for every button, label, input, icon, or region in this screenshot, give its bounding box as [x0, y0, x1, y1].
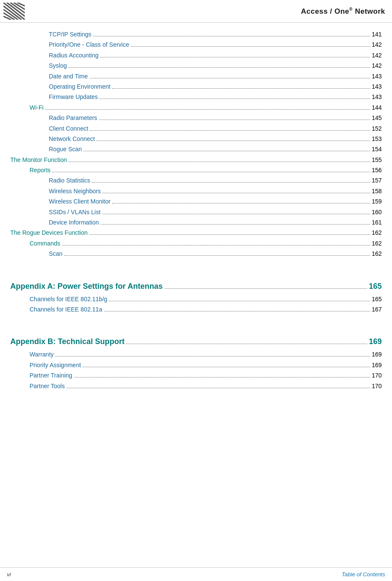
toc-label: Radius Accounting [49, 51, 99, 60]
toc-entry-monitor-function: The Monitor Function 155 [10, 155, 382, 165]
toc-entry-reports: Reports 156 [10, 165, 382, 175]
toc-dots [62, 245, 370, 246]
title-suffix: Network [353, 7, 385, 15]
toc-entry-operating-env: Operating Environment 143 [10, 82, 382, 91]
toc-page: 156 [372, 165, 382, 175]
appendix-a-label: Appendix A: Power Settings for Antennas [10, 282, 163, 291]
toc-entry-wifi: Wi-Fi 144 [10, 103, 382, 112]
toc-dots [165, 288, 367, 289]
toc-label: Commands [30, 239, 60, 248]
toc-label: Partner Tools [30, 381, 65, 391]
toc-label: Reports [30, 165, 51, 175]
toc-entry-network-connect: Network Connect 153 [10, 134, 382, 144]
toc-page: 143 [372, 92, 382, 102]
toc-dots [126, 344, 367, 344]
toc-page: 162 [372, 228, 382, 237]
toc-page: 170 [372, 371, 382, 380]
toc-label: Firmware Updates [49, 92, 98, 102]
toc-label: Wireless Neighbors [49, 186, 101, 196]
toc-entry-radius-accounting: Radius Accounting 142 [10, 51, 382, 60]
toc-dots [112, 203, 370, 204]
toc-label: Radio Parameters [49, 113, 97, 123]
toc-dots [99, 120, 370, 120]
toc-page: 167 [372, 305, 382, 314]
toc-dots [74, 377, 370, 377]
toc-entry-scan: Scan 162 [10, 249, 382, 258]
toc-entry-partner-training: Partner Training 170 [10, 371, 382, 380]
toc-entry-priority-cos: Priority/One - Class of Service 142 [10, 40, 382, 49]
toc-label: Radio Statistics [49, 176, 90, 185]
toc-page: 162 [372, 249, 382, 258]
toc-entry-commands: Commands 162 [10, 239, 382, 248]
toc-label: SSIDs / VLANs List [49, 207, 101, 217]
toc-entry-rogue-devices: The Rogue Devices Function 162 [10, 228, 382, 237]
footer-left: vi [7, 571, 11, 578]
toc-dots [93, 36, 370, 36]
title-text: Access / One [301, 7, 350, 15]
toc-dots [69, 67, 370, 68]
toc-entry-wireless-neighbors: Wireless Neighbors 158 [10, 186, 382, 196]
toc-dots [100, 57, 370, 57]
toc-dots [64, 255, 370, 256]
toc-entry-ssids-vlans: SSIDs / VLANs List 160 [10, 207, 382, 217]
toc-page: 157 [372, 176, 382, 185]
toc-dots [104, 311, 370, 311]
toc-page: 143 [372, 82, 382, 91]
toc-dots [84, 151, 370, 151]
toc-page: 165 [372, 294, 382, 304]
toc-dots [102, 193, 370, 193]
toc-page: 152 [372, 124, 382, 133]
toc-label: Priority/One - Class of Service [49, 40, 129, 49]
toc-dots [96, 141, 370, 141]
toc-entry-priority-assignment: Priority Assignment 169 [10, 360, 382, 370]
toc-label: Priority Assignment [30, 360, 81, 370]
header-title: Access / One® Network [301, 7, 385, 16]
toc-entry-radio-params: Radio Parameters 145 [10, 113, 382, 123]
toc-entry-channels-bg: Channels for IEEE 802.11b/g 165 [10, 294, 382, 304]
toc-page: 160 [372, 207, 382, 217]
toc-dots [55, 356, 370, 356]
appendix-b-heading: Appendix B: Technical Support 169 [10, 337, 382, 346]
toc-entry-channels-a: Channels for IEEE 802.11a 167 [10, 305, 382, 314]
toc-page: 159 [372, 197, 382, 206]
toc-label: Channels for IEEE 802.11b/g [30, 294, 107, 304]
toc-page: 145 [372, 113, 382, 123]
toc-label: Date and Time [49, 72, 88, 81]
toc-entry-wireless-client-monitor: Wireless Client Monitor 159 [10, 197, 382, 206]
toc-page: 154 [372, 144, 382, 154]
footer-right: Table of Contents [342, 571, 385, 578]
toc-dots [101, 224, 370, 225]
toc-label: Client Connect [49, 124, 88, 133]
toc-label: Device Information [49, 218, 99, 227]
toc-page: 158 [372, 186, 382, 196]
toc-page: 142 [372, 51, 382, 60]
toc-entry-rogue-scan: Rogue Scan 154 [10, 144, 382, 154]
toc-page: 161 [372, 218, 382, 227]
toc-label: Channels for IEEE 802.11a [30, 305, 102, 314]
toc-label: Rogue Scan [49, 144, 82, 154]
toc-page: 142 [372, 40, 382, 49]
toc-dots [109, 301, 370, 301]
toc-label: Syslog [49, 61, 67, 70]
toc-page: 162 [372, 239, 382, 248]
toc-label: Wi-Fi [30, 103, 44, 112]
toc-label: The Monitor Function [10, 155, 67, 165]
toc-page: 170 [372, 381, 382, 391]
toc-entry-client-connect: Client Connect 152 [10, 124, 382, 133]
toc-dots [99, 99, 370, 99]
toc-page: 144 [372, 103, 382, 112]
toc-entry-tcpip: TCP/IP Settings 141 [10, 30, 382, 39]
toc-dots [90, 130, 370, 131]
toc-label: Scan [49, 249, 63, 258]
page-footer: vi Table of Contents [0, 567, 392, 581]
toc-entry-partner-tools: Partner Tools 170 [10, 381, 382, 391]
toc-entry-warranty: Warranty 169 [10, 350, 382, 359]
toc-page: 142 [372, 61, 382, 70]
toc-label: Partner Training [30, 371, 72, 380]
toc-dots [92, 182, 370, 183]
toc-dots [69, 162, 370, 162]
toc-entry-date-time: Date and Time 143 [10, 72, 382, 81]
toc-dots [90, 234, 370, 235]
toc-dots [102, 214, 370, 214]
toc-page: 169 [372, 350, 382, 359]
